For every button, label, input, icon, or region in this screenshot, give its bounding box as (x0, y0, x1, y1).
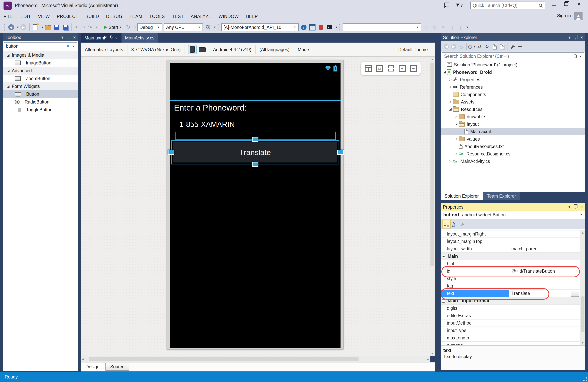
redo-button[interactable]: ↷ (86, 23, 94, 31)
tree-item-values[interactable]: ▷values (441, 135, 585, 143)
close-icon[interactable]: × (580, 35, 583, 40)
property-row-maxlength[interactable]: maxLength (441, 334, 580, 342)
refresh-icon[interactable]: ↻ (483, 43, 491, 50)
property-value[interactable] (509, 238, 580, 245)
open-file-button[interactable] (44, 23, 52, 31)
switch-views-icon[interactable]: ⇄ (476, 43, 483, 50)
property-row-editorextras[interactable]: editorExtras (441, 312, 580, 320)
actual-size-icon[interactable]: 1:1 (376, 65, 383, 72)
property-row-inputtype[interactable]: inputType (441, 327, 580, 334)
property-value[interactable] (509, 312, 580, 319)
menu-item-debug[interactable]: DEBUG (103, 13, 126, 20)
scroll-left-icon[interactable]: ◀ (82, 356, 84, 362)
property-row-inputmethod[interactable]: inputMethod (441, 320, 580, 327)
start-debug-button[interactable]: Start ▼ (102, 23, 124, 31)
property-value[interactable] (509, 275, 580, 282)
tree-item-drawable[interactable]: ▷drawable (441, 113, 585, 120)
landscape-icon[interactable] (199, 47, 206, 52)
home-icon[interactable]: ⌂ (457, 43, 465, 50)
panel-menu-icon[interactable]: ▼ (61, 35, 64, 39)
panel-menu-icon[interactable]: ▼ (568, 35, 571, 39)
tree-item-references[interactable]: ▷References (441, 83, 585, 91)
collapsed-icon[interactable]: ▷ (448, 85, 453, 89)
adb-console-icon[interactable]: ▸_ (326, 23, 334, 31)
property-row-digits[interactable]: digits (441, 305, 580, 312)
find-in-files-icon[interactable] (204, 23, 212, 31)
menu-item-window[interactable]: WINDOW (215, 13, 242, 20)
toolbar-grip[interactable] (3, 24, 5, 31)
scroll-up-icon[interactable]: ▲ (430, 57, 435, 62)
undo-dropdown-icon[interactable]: ▼ (83, 26, 86, 29)
property-value[interactable] (509, 327, 580, 334)
toolbox-section-form-widgets[interactable]: ◢Form Widgets (3, 82, 78, 90)
restore-button[interactable] (560, 0, 572, 8)
tree-item-aboutresources.txt[interactable]: AboutResources.txt (441, 143, 585, 150)
empty-toolbar-combo[interactable]: ▼ (343, 23, 421, 31)
navigate-forward-button[interactable]: ▶ (20, 23, 27, 31)
language-selector[interactable]: (All languages) (256, 45, 294, 54)
property-value[interactable] (509, 334, 580, 341)
collapsed-icon[interactable]: ▷ (448, 159, 453, 163)
scroll-right-icon[interactable]: ▶ (427, 356, 429, 362)
menu-item-analyze[interactable]: ANALYZE (187, 13, 215, 20)
properties-pages-icon[interactable] (491, 43, 498, 50)
pin-icon[interactable] (574, 35, 577, 40)
collapsed-icon[interactable]: ▷ (454, 152, 459, 155)
close-icon[interactable]: × (580, 204, 583, 210)
toolbar-overflow-icon[interactable]: ▼ (466, 26, 469, 29)
save-all-button[interactable] (61, 23, 69, 31)
phoneword-label[interactable]: Enter a Phoneword: (174, 103, 247, 113)
property-row-style[interactable]: style (441, 275, 580, 282)
property-row-layout_margintop[interactable]: layout_marginTop (441, 238, 580, 245)
device-info-icon[interactable]: i (300, 23, 308, 31)
minimize-button[interactable] (548, 0, 559, 8)
navigate-back-button[interactable]: ◀ (7, 23, 15, 31)
undo-button[interactable]: ↶ (74, 23, 81, 31)
property-category-main[interactable]: Main (441, 253, 580, 260)
new-file-dropdown-icon[interactable]: ▼ (41, 26, 44, 29)
expanded-icon[interactable]: ◢ (448, 107, 453, 111)
menu-item-project[interactable]: PROJECT (53, 13, 82, 20)
toolbox-item-imagebutton[interactable]: ImageButton (3, 59, 78, 67)
tab-solution-explorer[interactable]: Solution Explorer (441, 192, 483, 200)
device-target-combo[interactable]: [A]-MonoForAndroid_API_10▼ (221, 23, 299, 31)
collapse-all-icon[interactable] (516, 43, 524, 50)
collapsed-icon[interactable]: ▷ (454, 137, 459, 141)
close-icon[interactable]: × (115, 36, 118, 40)
redo-dropdown-icon[interactable]: ▼ (95, 26, 98, 29)
fit-to-screen-icon[interactable] (387, 65, 394, 72)
toolbox-header[interactable]: Toolbox ▼ × (3, 33, 78, 41)
close-icon[interactable]: × (73, 35, 76, 40)
zoom-in-icon[interactable]: + (399, 65, 406, 72)
properties-object-combo[interactable]: button1 android.widget.Button ▼ (441, 210, 585, 219)
feedback-icon[interactable] (444, 2, 451, 9)
menu-item-view[interactable]: VIEW (34, 13, 53, 20)
designer-horizontal-scrollbar[interactable]: ◀ ▶ (81, 356, 430, 362)
resize-handle-bottom[interactable] (252, 162, 258, 167)
tab-source[interactable]: Source (105, 363, 130, 371)
property-row-text[interactable]: textTranslate... (441, 290, 580, 297)
tree-item-main.axml[interactable]: Main.axml (441, 128, 585, 135)
properties-header[interactable]: Properties ▼ × (441, 203, 585, 211)
android-version-selector[interactable]: Android 4.4.2 (v19) (209, 45, 256, 54)
menu-item-build[interactable]: BUILD (82, 13, 103, 20)
pin-icon[interactable] (574, 205, 577, 209)
categorized-view-icon[interactable] (442, 220, 451, 229)
panel-menu-icon[interactable]: ▼ (568, 205, 571, 209)
property-row-layout_width[interactable]: layout_widthmatch_parent (441, 245, 580, 253)
property-value[interactable]: match_parent (509, 245, 580, 252)
resize-handle-top[interactable] (252, 137, 258, 142)
back-icon[interactable]: ◀ (442, 43, 450, 50)
toolbox-item-zoombutton[interactable]: ZoomButton (3, 75, 78, 82)
fit-layout-icon[interactable] (365, 65, 372, 72)
menu-item-team[interactable]: TEAM (126, 13, 146, 20)
property-value[interactable] (509, 342, 580, 346)
menu-item-edit[interactable]: EDIT (17, 13, 34, 20)
wrench-icon[interactable] (509, 43, 516, 50)
mode-selector[interactable]: Mode (294, 45, 313, 54)
expanded-icon[interactable]: ◢ (454, 122, 459, 126)
show-all-files-icon[interactable] (498, 43, 505, 50)
search-dropdown-icon[interactable]: ▼ (72, 45, 75, 47)
toolbox-item-togglebutton[interactable]: ToggleButton (3, 106, 78, 114)
ellipsis-editor-button[interactable]: ... (571, 291, 579, 297)
